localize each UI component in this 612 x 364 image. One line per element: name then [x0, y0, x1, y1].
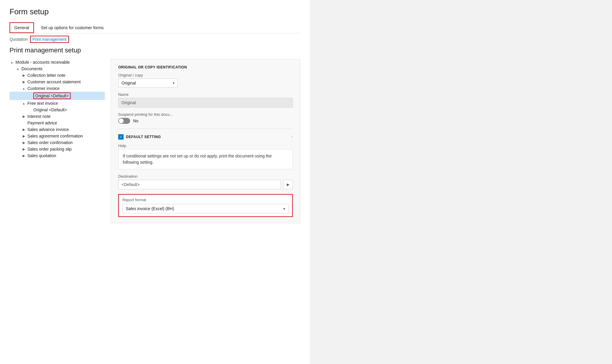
help-text: If conditional settings are not set up o…: [118, 149, 293, 169]
tree-label-collection: Collection letter note: [27, 73, 66, 78]
tree-label-sales-quotation: Sales quotation: [27, 153, 56, 158]
tree-label-interest: Interest note: [27, 114, 51, 119]
tree-item-free-text[interactable]: ▴ Free text invoice: [10, 100, 105, 107]
tree-label-customer-account: Customer account statement: [27, 79, 81, 84]
toggle-collection: ▶: [21, 73, 26, 78]
page-title: Form setup: [10, 7, 300, 16]
tree-label-customer-invoice: Customer invoice: [27, 86, 60, 91]
tree-panel: ▴ Module - accounts receivable ▴ Documen…: [10, 59, 111, 223]
chevron-down-icon: ▾: [173, 81, 175, 85]
original-copy-value: Original: [122, 81, 136, 85]
toggle-module: ▴: [10, 60, 14, 65]
toggle-knob: [119, 118, 124, 123]
default-setting-header: ✓ DEFAULT SETTING ·: [118, 134, 293, 140]
section-title: Print management setup: [10, 46, 300, 54]
tree-label-sales-agreement: Sales agreement confirmation: [27, 134, 83, 138]
tree-item-payment[interactable]: Payment advice: [10, 120, 105, 126]
toggle-original-default: [27, 93, 32, 98]
tree-item-sales-order-conf[interactable]: ▶ Sales order confirmation: [10, 139, 105, 146]
tree-label-sales-packing: Sales order packing slip: [27, 147, 72, 151]
tree-item-free-text-original[interactable]: Original <Default>: [10, 107, 105, 113]
report-format-value: Sales invoice (Excel) (BH): [126, 206, 174, 211]
destination-nav-button[interactable]: ▶: [283, 180, 293, 189]
original-copy-field-group: Original / copy Original ▾: [118, 73, 293, 88]
dot-menu-icon[interactable]: ·: [291, 134, 293, 140]
tree-label-module: Module - accounts receivable: [15, 60, 70, 65]
toggle-sales-agreement: ▶: [21, 134, 26, 138]
help-field-group: Help If conditional settings are not set…: [118, 143, 293, 169]
tree-item-customer-invoice[interactable]: ▴ Customer invoice: [10, 85, 105, 92]
destination-row: <Default> ▶: [118, 180, 293, 189]
destination-label: Destination: [118, 174, 293, 179]
suspend-label: Suspend printing for this docu...: [118, 112, 293, 117]
tabs-row: General Set up options for customer form…: [10, 22, 300, 33]
tree-item-original-default[interactable]: Original <Default>: [10, 92, 105, 100]
toggle-payment: [21, 121, 26, 125]
tree-item-sales-packing[interactable]: ▶ Sales order packing slip: [10, 146, 105, 152]
toggle-sales-order-conf: ▶: [21, 140, 26, 145]
toggle-customer-account: ▶: [21, 79, 26, 84]
suspend-toggle[interactable]: [118, 118, 130, 124]
header-label: Set up options for customer forms: [41, 25, 104, 30]
tree-item-sales-quotation[interactable]: ▶ Sales quotation: [10, 152, 105, 159]
tree-label-sales-advance: Sales advance invoice: [27, 127, 69, 132]
breadcrumb-print-management[interactable]: Print management: [30, 36, 69, 43]
toggle-sales-quotation: ▶: [21, 153, 26, 158]
chevron-down-report-icon: ▾: [283, 207, 285, 211]
original-copy-dropdown[interactable]: Original ▾: [118, 79, 178, 88]
toggle-documents: ▴: [15, 66, 20, 71]
report-format-label: Report format: [122, 198, 289, 202]
breadcrumb-row: Quotation Print management: [10, 33, 300, 43]
suspend-value: No: [133, 118, 138, 123]
destination-field-group: Destination <Default> ▶: [118, 174, 293, 189]
toggle-free-text: ▴: [21, 101, 26, 106]
tree-item-sales-advance[interactable]: ▶ Sales advance invoice: [10, 126, 105, 133]
default-setting-label: DEFAULT SETTING: [126, 135, 161, 139]
default-setting-checkbox[interactable]: ✓: [118, 134, 124, 140]
toggle-sales-packing: ▶: [21, 147, 26, 151]
page-container: Form setup General Set up options for cu…: [0, 0, 310, 364]
tree-label-original-default: Original <Default>: [33, 93, 71, 99]
tab-general[interactable]: General: [10, 22, 34, 33]
tree-item-sales-agreement[interactable]: ▶ Sales agreement confirmation: [10, 133, 105, 139]
toggle-customer-invoice: ▴: [21, 86, 26, 91]
tree-label-free-text-original: Original <Default>: [33, 107, 67, 112]
detail-panel: ORIGINAL OR COPY IDENTIFICATION Original…: [111, 59, 300, 223]
tree-item-customer-account[interactable]: ▶ Customer account statement: [10, 79, 105, 85]
name-label: Name: [118, 92, 293, 97]
divider-1: [118, 129, 293, 129]
tree-item-documents[interactable]: ▴ Documents: [10, 65, 105, 72]
toggle-free-text-original: [27, 107, 32, 112]
help-label: Help: [118, 143, 293, 148]
tree-label-free-text: Free text invoice: [27, 101, 58, 106]
suspend-toggle-row: No: [118, 118, 293, 124]
suspend-field-group: Suspend printing for this docu... No: [118, 112, 293, 124]
report-format-dropdown[interactable]: Sales invoice (Excel) (BH) ▾: [122, 204, 289, 213]
tree-item-collection[interactable]: ▶ Collection letter note: [10, 72, 105, 79]
original-copy-section-header: ORIGINAL OR COPY IDENTIFICATION: [118, 65, 293, 69]
tree-label-documents: Documents: [21, 66, 43, 71]
tree-label-sales-order-conf: Sales order confirmation: [27, 140, 73, 145]
original-copy-label: Original / copy: [118, 73, 293, 77]
destination-value: <Default>: [118, 180, 281, 189]
tree-item-interest[interactable]: ▶ Interest note: [10, 113, 105, 120]
toggle-sales-advance: ▶: [21, 127, 26, 132]
tree-item-module[interactable]: ▴ Module - accounts receivable: [10, 59, 105, 65]
breadcrumb-quotation: Quotation: [10, 37, 28, 42]
tree-label-payment: Payment advice: [27, 121, 57, 125]
name-value: Original: [118, 98, 293, 107]
main-content: ▴ Module - accounts receivable ▴ Documen…: [10, 59, 300, 223]
toggle-interest: ▶: [21, 114, 26, 119]
name-field-group: Name Original: [118, 92, 293, 107]
report-format-box: Report format Sales invoice (Excel) (BH)…: [118, 194, 293, 217]
